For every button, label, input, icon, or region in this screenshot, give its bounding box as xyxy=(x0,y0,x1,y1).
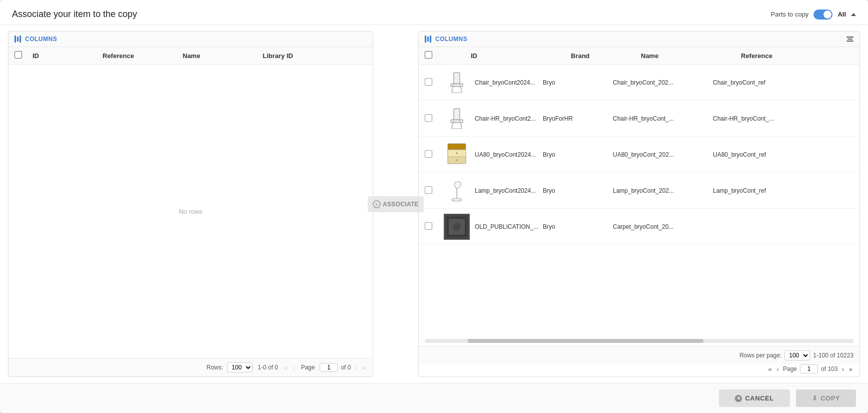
copy-label: COPY xyxy=(820,394,840,402)
right-header-brand: Brand xyxy=(571,52,641,60)
left-select-all-checkbox[interactable] xyxy=(15,51,22,59)
row-name: Carpet_bryoCont_20... xyxy=(613,223,713,230)
table-row[interactable]: Chair_bryoCont2024...BryoChair_bryoCont_… xyxy=(419,65,859,101)
svg-point-18 xyxy=(456,159,458,161)
associate-icon: + xyxy=(373,200,381,208)
row-thumbnail xyxy=(443,69,471,97)
right-col-bar-2 xyxy=(427,37,429,42)
dialog-header: Associate your item to the copy Parts to… xyxy=(0,0,868,25)
row-thumbnail xyxy=(443,141,471,169)
left-page-input[interactable] xyxy=(320,363,338,372)
left-last-page-btn[interactable]: » xyxy=(361,364,367,371)
right-next-page-btn[interactable]: › xyxy=(840,365,844,373)
row-brand: BryoForHR xyxy=(543,115,613,122)
row-thumbnail xyxy=(443,213,471,241)
col-bar-3 xyxy=(20,36,21,43)
right-header-id: ID xyxy=(471,52,571,60)
svg-line-9 xyxy=(452,123,453,129)
row-checkbox-cell xyxy=(425,222,443,231)
svg-rect-1 xyxy=(451,84,463,87)
cancel-button[interactable]: ✕ CANCEL xyxy=(719,389,789,407)
left-footer: Rows: 100 50 25 1-0 of 0 « ‹ Page of 0 ›… xyxy=(9,358,373,376)
row-id: OLD_PUBLICATION_... xyxy=(475,223,543,230)
right-table-body: Chair_bryoCont2024...BryoChair_bryoCont_… xyxy=(419,65,859,336)
col-bar-1 xyxy=(15,36,16,43)
svg-line-3 xyxy=(461,87,462,93)
right-header-reference: Reference xyxy=(741,52,853,60)
left-prev-page-btn[interactable]: ‹ xyxy=(292,364,296,371)
col-bar-2 xyxy=(17,37,19,42)
right-page-input[interactable] xyxy=(800,364,818,373)
parts-to-copy-area: Parts to copy All xyxy=(771,10,856,20)
row-checkbox[interactable] xyxy=(425,78,432,86)
row-checkbox[interactable] xyxy=(425,222,432,230)
right-header-name: Name xyxy=(641,52,741,60)
svg-rect-8 xyxy=(451,120,463,123)
left-page-of: of 0 xyxy=(341,364,351,371)
row-brand: Bryo xyxy=(543,151,613,158)
row-name: Chair_bryoCont_202... xyxy=(613,79,713,86)
parts-chevron-up-icon[interactable] xyxy=(851,13,856,16)
right-rows-select[interactable]: 100 50 25 xyxy=(784,350,810,360)
associate-button[interactable]: + ASSOCIATE xyxy=(368,196,424,212)
row-thumbnail xyxy=(443,177,471,205)
left-pagination-range: 1-0 of 0 xyxy=(258,364,278,371)
row-reference: Chair_bryoCont_ref xyxy=(713,79,853,86)
cancel-label: CANCEL xyxy=(745,394,773,402)
horiz-scrollbar[interactable] xyxy=(425,339,853,343)
right-page-of: of 103 xyxy=(821,365,837,372)
filter-line-2 xyxy=(847,39,852,40)
left-first-page-btn[interactable]: « xyxy=(283,364,289,371)
row-checkbox[interactable] xyxy=(425,114,432,122)
horiz-scroll-container xyxy=(419,336,859,346)
dialog: Associate your item to the copy Parts to… xyxy=(0,0,868,413)
left-header-library-id: Library ID xyxy=(263,52,343,60)
copy-button[interactable]: ⬇ COPY xyxy=(796,389,856,407)
row-checkbox[interactable] xyxy=(425,186,432,194)
left-header-checkbox-cell xyxy=(15,51,33,60)
row-id: Chair-HR_bryoCont2... xyxy=(475,115,543,122)
dialog-body: COLUMNS ID Reference Name Library ID No … xyxy=(0,25,868,383)
row-id: Chair_bryoCont2024... xyxy=(475,79,543,86)
left-next-page-btn[interactable]: › xyxy=(354,364,358,371)
right-last-page-btn[interactable]: » xyxy=(848,365,853,373)
svg-point-20 xyxy=(452,198,462,201)
left-header-name: Name xyxy=(183,52,263,60)
right-columns-bar: COLUMNS xyxy=(419,32,859,47)
right-first-page-btn[interactable]: « xyxy=(767,365,772,373)
row-checkbox-cell xyxy=(425,186,443,195)
table-row[interactable]: Lamp_bryoCont2024...BryoLamp_bryoCont_20… xyxy=(419,173,859,209)
left-table-body: No rows xyxy=(9,65,373,358)
right-col-bar-3 xyxy=(430,36,431,43)
filter-icon[interactable] xyxy=(846,37,853,42)
left-table-header: ID Reference Name Library ID xyxy=(9,47,373,65)
left-header-reference: Reference xyxy=(103,52,183,60)
dialog-title: Associate your item to the copy xyxy=(12,9,137,20)
left-columns-text[interactable]: COLUMNS xyxy=(25,36,57,43)
table-row[interactable]: OLD_PUBLICATION_...BryoCarpet_bryoCont_2… xyxy=(419,209,859,245)
row-name: Lamp_bryoCont_202... xyxy=(613,187,713,194)
table-row[interactable]: UA80_bryoCont2024...BryoUA80_bryoCont_20… xyxy=(419,137,859,173)
right-page-label: Page xyxy=(783,365,797,372)
filter-line-3 xyxy=(846,41,853,42)
left-columns-bar: COLUMNS xyxy=(9,32,373,47)
associate-area: + ASSOCIATE xyxy=(373,31,418,377)
right-columns-icon xyxy=(425,36,431,43)
cancel-x-icon: ✕ xyxy=(735,395,742,402)
right-select-all-checkbox[interactable] xyxy=(425,51,432,59)
svg-point-17 xyxy=(456,152,458,154)
row-brand: Bryo xyxy=(543,187,613,194)
svg-line-10 xyxy=(461,123,462,129)
row-reference: Chair-HR_bryoCont_... xyxy=(713,115,853,122)
svg-rect-0 xyxy=(454,73,460,84)
row-checkbox[interactable] xyxy=(425,150,432,158)
table-row[interactable]: Chair-HR_bryoCont2...BryoForHRChair-HR_b… xyxy=(419,101,859,137)
no-rows-text: No rows xyxy=(179,208,203,215)
left-rows-select[interactable]: 100 50 25 xyxy=(227,362,253,372)
left-page-label: Page xyxy=(301,364,315,371)
right-columns-text[interactable]: COLUMNS xyxy=(435,36,467,43)
copy-icon: ⬇ xyxy=(812,394,818,402)
right-table-header: ID Brand Name Reference xyxy=(419,47,859,65)
right-prev-page-btn[interactable]: ‹ xyxy=(776,365,780,373)
parts-to-copy-toggle[interactable] xyxy=(813,10,832,20)
